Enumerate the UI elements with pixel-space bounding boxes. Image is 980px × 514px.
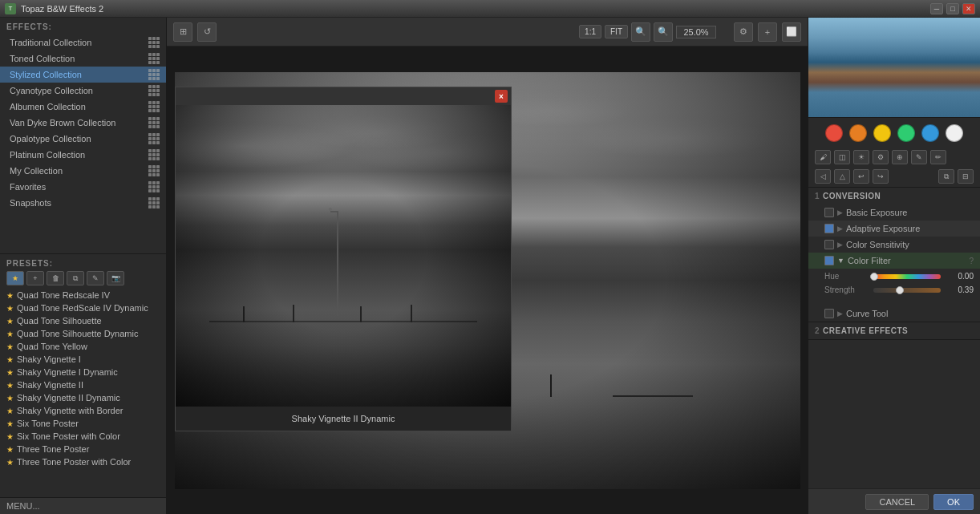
- effects-item-label: Opalotype Collection: [10, 134, 91, 144]
- mask-tool-button[interactable]: ◫: [834, 150, 850, 164]
- preview-popup-header: ×: [176, 87, 511, 105]
- creative-effects-header[interactable]: 2 CREATIVE EFFECTS: [808, 322, 980, 339]
- effects-item-van-dyke-brown-collection[interactable]: Van Dyke Brown Collection: [0, 115, 166, 131]
- back-button[interactable]: ◁: [815, 169, 831, 184]
- preset-item[interactable]: ★Shaky Vignette I: [0, 353, 166, 366]
- conversion-section: 1 CONVERSION ▶ Basic Exposure ▶ Adaptive…: [808, 188, 980, 322]
- effects-item-traditional-collection[interactable]: Traditional Collection: [0, 34, 166, 51]
- pen-right-button[interactable]: ✏: [930, 150, 946, 164]
- effects-item-my-collection[interactable]: My Collection: [0, 163, 166, 179]
- color-filter-item[interactable]: ▼ Color Filter ?: [808, 253, 980, 269]
- zoom-in-button[interactable]: 🔍: [631, 22, 650, 42]
- preset-item[interactable]: ★Three Tone Poster: [0, 443, 166, 455]
- preset-item[interactable]: ★Shaky Vignette II: [0, 378, 166, 391]
- rename-preset-button[interactable]: ✎: [87, 271, 104, 285]
- adaptive-exposure-checkbox[interactable]: [824, 224, 834, 233]
- color-red[interactable]: [825, 124, 843, 142]
- color-sensitivity-item[interactable]: ▶ Color Sensitivity: [808, 237, 980, 253]
- preset-item[interactable]: ★Shaky Vignette with Border: [0, 404, 166, 417]
- color-yellow[interactable]: [873, 124, 891, 142]
- layers-button[interactable]: ⊟: [958, 169, 974, 184]
- effects-item-favorites[interactable]: Favorites: [0, 179, 166, 195]
- strength-value: 0.39: [946, 285, 974, 294]
- effects-item-opalotype-collection[interactable]: Opalotype Collection: [0, 131, 166, 147]
- preset-item[interactable]: ★Quad Tone Silhouette Dynamic: [0, 327, 166, 340]
- zoom-1to1-button[interactable]: 1:1: [579, 25, 601, 38]
- add-preset-button[interactable]: +: [26, 271, 44, 285]
- maximize-button[interactable]: □: [946, 3, 959, 14]
- cancel-button[interactable]: CANCEL: [865, 494, 929, 510]
- hue-thumb[interactable]: [870, 273, 878, 281]
- color-green[interactable]: [897, 124, 915, 142]
- zoom-out-button[interactable]: 🔍: [654, 22, 673, 42]
- copy-preset-button[interactable]: ⧉: [67, 271, 84, 285]
- color-orange[interactable]: [849, 124, 867, 142]
- preset-item[interactable]: ★Quad Tone Silhouette: [0, 314, 166, 327]
- curve-tool-item[interactable]: ▶ Curve Tool: [808, 306, 980, 322]
- add-button[interactable]: +: [758, 22, 777, 42]
- bottom-bar: CANCEL OK: [808, 488, 980, 514]
- effects-item-stylized-collection[interactable]: Stylized Collection: [0, 67, 166, 83]
- grid-icon: [148, 197, 160, 208]
- hue-value: 0.00: [946, 272, 974, 281]
- menu-button[interactable]: MENU...: [0, 497, 166, 514]
- preset-label: Quad Tone Silhouette Dynamic: [17, 329, 138, 338]
- strength-thumb[interactable]: [896, 286, 904, 294]
- adaptive-exposure-item[interactable]: ▶ Adaptive Exposure: [808, 221, 980, 237]
- crop-button[interactable]: ⧉: [938, 169, 954, 184]
- grid-view-button[interactable]: ⊞: [173, 22, 192, 42]
- adjust-tool-button[interactable]: ⚙: [873, 150, 889, 164]
- pen-left-button[interactable]: ✎: [911, 150, 927, 164]
- star-icon: ★: [6, 445, 14, 454]
- minimize-button[interactable]: ─: [930, 3, 943, 14]
- color-sensitivity-checkbox[interactable]: [824, 240, 834, 249]
- delete-preset-button[interactable]: 🗑: [47, 271, 64, 285]
- preset-item[interactable]: ★Six Tone Poster with Color: [0, 430, 166, 443]
- sun-tool-button[interactable]: ☀: [853, 150, 869, 164]
- zoom-fit-button[interactable]: FIT: [605, 25, 628, 38]
- settings-button[interactable]: ⚙: [734, 22, 753, 42]
- color-blue[interactable]: [921, 124, 939, 142]
- preset-item[interactable]: ★Quad Tone Redscale IV: [0, 289, 166, 302]
- preset-item[interactable]: ★Shaky Vignette II Dynamic: [0, 391, 166, 404]
- lamp-arm: [330, 211, 338, 212]
- effects-item-platinum-collection[interactable]: Platinum Collection: [0, 147, 166, 163]
- preset-item[interactable]: ★Shaky Vignette I Dynamic: [0, 366, 166, 378]
- preset-item[interactable]: ★Six Tone Poster: [0, 417, 166, 430]
- preset-label: Shaky Vignette I Dynamic: [17, 367, 118, 377]
- color-filter-help[interactable]: ?: [969, 257, 974, 265]
- basic-exposure-checkbox[interactable]: [824, 208, 834, 217]
- effects-item-albumen-collection[interactable]: Albumen Collection: [0, 99, 166, 115]
- effects-item-snapshots[interactable]: Snapshots: [0, 195, 166, 211]
- curve-tool-checkbox[interactable]: [824, 309, 834, 318]
- effects-item-cyanotype-collection[interactable]: Cyanotype Collection: [0, 83, 166, 99]
- strength-slider[interactable]: [873, 288, 941, 293]
- blend-tool-button[interactable]: ⊕: [892, 150, 908, 164]
- color-filter-checkbox[interactable]: [824, 256, 834, 265]
- color-white[interactable]: [946, 124, 963, 142]
- preset-item[interactable]: ★Quad Tone Yellow: [0, 340, 166, 353]
- starred-filter-button[interactable]: ★: [6, 271, 24, 285]
- effects-header: EFFECTS:: [0, 18, 166, 34]
- fullscreen-button[interactable]: ⬜: [782, 22, 801, 42]
- preset-item[interactable]: ★Three Tone Poster with Color: [0, 455, 166, 468]
- brush-tool-button[interactable]: 🖌: [815, 150, 831, 164]
- titlebar-title: T Topaz B&W Effects 2: [5, 3, 103, 14]
- hue-slider[interactable]: [873, 274, 941, 279]
- refresh-button[interactable]: ↺: [197, 22, 217, 42]
- camera-preset-button[interactable]: 📷: [107, 271, 124, 285]
- app-title: Topaz B&W Effects 2: [21, 4, 103, 14]
- close-button[interactable]: ✕: [962, 3, 975, 14]
- up-button[interactable]: △: [834, 169, 850, 184]
- redo-button[interactable]: ↪: [873, 169, 889, 184]
- basic-exposure-item[interactable]: ▶ Basic Exposure: [808, 204, 980, 221]
- effects-item-toned-collection[interactable]: Toned Collection: [0, 51, 166, 67]
- preview-close-button[interactable]: ×: [495, 90, 508, 103]
- preset-item[interactable]: ★Quad Tone RedScale IV Dynamic: [0, 302, 166, 314]
- ok-button[interactable]: OK: [933, 494, 974, 510]
- preset-label: Quad Tone Redscale IV: [17, 290, 110, 300]
- preset-label: Shaky Vignette with Border: [17, 406, 123, 415]
- effects-item-label: My Collection: [10, 166, 63, 176]
- undo-button[interactable]: ↩: [853, 169, 869, 184]
- conversion-section-header[interactable]: 1 CONVERSION: [808, 188, 980, 204]
